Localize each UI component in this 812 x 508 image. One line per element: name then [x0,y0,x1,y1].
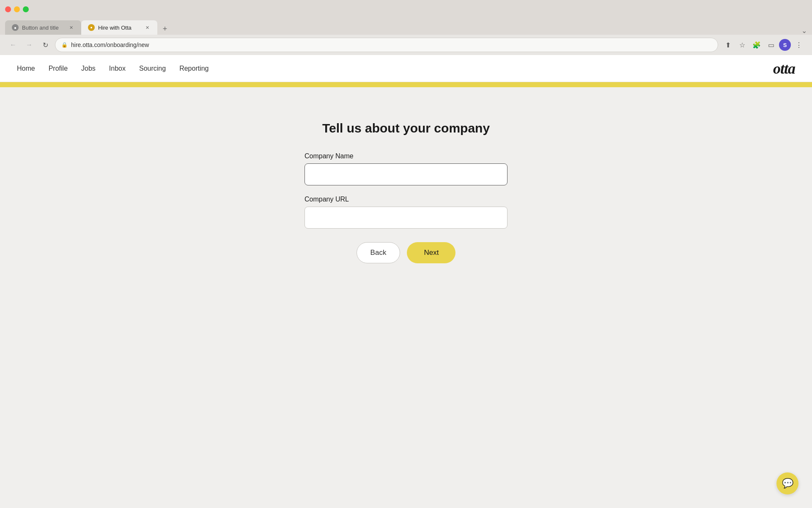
company-name-group: Company Name [304,152,508,185]
address-text: hire.otta.com/onboarding/new [71,41,712,48]
tabs-bar: ● Button and title ✕ ● Hire with Otta ✕ … [0,19,812,35]
nav-inbox[interactable]: Inbox [109,65,126,72]
back-button[interactable]: Back [357,242,401,263]
main-content: Tell us about your company Company Name … [0,87,812,263]
tab-overflow-button[interactable]: ⌄ [801,27,807,35]
close-window-button[interactable] [5,6,11,12]
next-button[interactable]: Next [407,242,455,263]
app-nav: Home Profile Jobs Inbox Sourcing Reporti… [0,55,812,82]
address-bar[interactable]: 🔒 hire.otta.com/onboarding/new [55,38,718,52]
company-name-input[interactable] [304,163,508,185]
lock-icon: 🔒 [61,42,68,48]
minimize-window-button[interactable] [14,6,20,12]
nav-jobs[interactable]: Jobs [81,65,96,72]
bookmark-button[interactable]: ☆ [736,39,749,51]
tab1-close[interactable]: ✕ [68,24,74,31]
nav-home[interactable]: Home [17,65,35,72]
new-tab-button[interactable]: + [159,23,171,35]
tab1-title: Button and title [22,25,59,31]
nav-links: Home Profile Jobs Inbox Sourcing Reporti… [17,65,795,72]
profile-avatar[interactable]: S [779,39,791,51]
tab-hire-with-otta[interactable]: ● Hire with Otta ✕ [81,20,157,35]
forward-nav-button[interactable]: → [23,39,36,51]
tab2-close[interactable]: ✕ [144,24,151,31]
tab2-title: Hire with Otta [98,25,132,31]
sidebar-button[interactable]: ▭ [765,39,777,51]
company-url-label: Company URL [304,196,508,203]
extensions-button[interactable]: 🧩 [750,39,763,51]
refresh-button[interactable]: ↻ [39,39,52,51]
toolbar-icons: ⬆ ☆ 🧩 ▭ S ⋮ [721,39,805,51]
browser-chrome: ● Button and title ✕ ● Hire with Otta ✕ … [0,0,812,55]
menu-button[interactable]: ⋮ [793,39,805,51]
buttons-row: Back Next [304,242,508,263]
tab2-favicon: ● [88,24,95,31]
nav-sourcing[interactable]: Sourcing [139,65,166,72]
address-bar-row: ← → ↻ 🔒 hire.otta.com/onboarding/new ⬆ ☆… [0,35,812,55]
page-title: Tell us about your company [322,121,490,135]
company-url-group: Company URL [304,196,508,229]
otta-logo: otta [773,60,795,77]
app-wrapper: Home Profile Jobs Inbox Sourcing Reporti… [0,55,812,508]
maximize-window-button[interactable] [23,6,29,12]
company-url-input[interactable] [304,207,508,229]
chat-icon: 💬 [782,478,793,489]
browser-titlebar [0,0,812,19]
share-button[interactable]: ⬆ [721,39,734,51]
nav-reporting[interactable]: Reporting [179,65,208,72]
tab1-favicon: ● [12,24,19,31]
tab-button-and-title[interactable]: ● Button and title ✕ [5,20,81,35]
nav-profile[interactable]: Profile [49,65,68,72]
back-nav-button[interactable]: ← [7,39,19,51]
company-name-label: Company Name [304,152,508,160]
window-controls [5,6,29,12]
progress-banner [0,82,812,87]
chat-widget[interactable]: 💬 [776,472,798,494]
form-container: Company Name Company URL Back Next [304,152,508,263]
